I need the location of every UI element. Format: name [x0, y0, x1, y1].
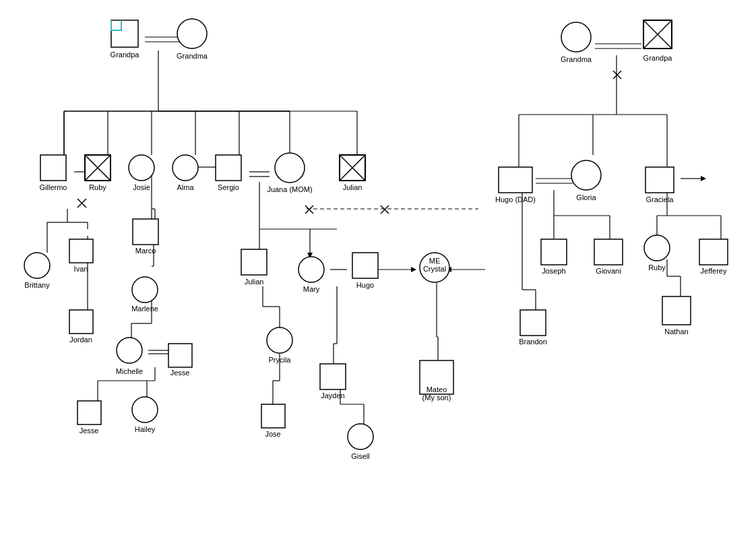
mary-shape — [298, 257, 324, 282]
alma-shape — [172, 155, 198, 181]
jordan-label: Jordan — [69, 336, 92, 344]
julian-top-label: Julian — [343, 183, 363, 191]
marco-shape — [133, 219, 158, 245]
me-crystal-label2: Crystal — [423, 265, 446, 273]
jose-label: Jose — [265, 430, 280, 438]
hugo-dad-shape — [499, 167, 532, 193]
josie-shape — [129, 155, 154, 181]
gisell-shape — [348, 424, 373, 449]
jordan-shape — [69, 310, 93, 334]
me-crystal-label1: ME — [429, 257, 441, 265]
hugo-mid-label: Hugo — [356, 281, 374, 289]
prycila-label: Prycila — [268, 356, 291, 364]
mateo-label2: (My son) — [422, 394, 451, 402]
ivan-shape — [69, 239, 93, 263]
prycila-shape — [267, 327, 292, 353]
jesse-bottom-label: Jesse — [80, 427, 99, 435]
nathan-label: Nathan — [664, 327, 688, 336]
juana-shape — [275, 153, 305, 183]
grandma-left-label: Grandma — [177, 52, 208, 60]
hugo-mid-shape — [352, 253, 378, 278]
ivan-label: Ivan — [74, 265, 88, 273]
mateo-label1: Mateo — [427, 385, 447, 394]
nathan-shape — [662, 296, 691, 325]
graciela-label: Graciela — [646, 195, 674, 203]
marlene-label: Marlene — [131, 305, 158, 313]
gillermo-label: Gillermo — [40, 183, 67, 191]
sergio-label: Sergio — [218, 183, 239, 191]
marco-label: Marco — [135, 247, 156, 255]
hailey-shape — [132, 397, 158, 422]
brittany-label: Brittany — [24, 281, 50, 289]
gloria-label: Gloria — [576, 193, 596, 201]
grandma-right-label: Grandma — [561, 55, 592, 63]
giovani-shape — [594, 239, 623, 265]
ruby-right-label: Ruby — [648, 263, 666, 272]
jose-shape — [261, 404, 285, 428]
gloria-shape — [571, 160, 601, 190]
joseph-shape — [541, 239, 567, 265]
family-tree: Grandpa Grandma Gillermo Ruby Josie Alma… — [0, 0, 756, 535]
grandma-left-shape — [177, 19, 207, 49]
gisell-label: Gisell — [351, 452, 370, 460]
jefferey-shape — [699, 239, 728, 265]
grandpa-left-label: Grandpa — [111, 51, 140, 59]
jefferey-label: Jefferey — [701, 267, 727, 275]
grandpa-right-label: Grandpa — [643, 54, 673, 62]
ruby-left-label: Ruby — [89, 183, 106, 191]
julian-mid-shape — [241, 249, 267, 275]
brandon-shape — [520, 310, 546, 336]
michelle-shape — [117, 338, 142, 363]
svg-marker-96 — [701, 176, 706, 181]
jesse-right-shape — [168, 344, 192, 367]
alma-label: Alma — [177, 183, 194, 191]
gillermo-shape — [40, 155, 66, 181]
michelle-label: Michelle — [116, 367, 143, 375]
sergio-shape — [216, 155, 241, 181]
juana-label: Juana (MOM) — [267, 185, 312, 193]
giovani-label: Giovani — [596, 267, 621, 275]
hugo-dad-label: Hugo (DAD) — [495, 195, 536, 203]
jesse-bottom-shape — [77, 401, 101, 424]
hailey-label: Hailey — [135, 425, 156, 433]
jayden-shape — [320, 364, 346, 389]
brittany-shape — [24, 253, 50, 278]
brandon-label: Brandon — [519, 338, 547, 346]
grandpa-left-shape — [111, 20, 138, 47]
svg-marker-67 — [411, 267, 416, 272]
jesse-right-label: Jesse — [170, 369, 190, 377]
julian-mid-label: Julian — [245, 278, 264, 286]
mary-label: Mary — [303, 285, 320, 293]
graciela-shape — [645, 167, 674, 193]
jayden-label: Jayden — [321, 391, 344, 400]
grandma-right-shape — [561, 22, 591, 52]
josie-label: Josie — [133, 183, 150, 191]
ruby-right-shape — [644, 235, 670, 261]
marlene-shape — [132, 277, 158, 303]
joseph-label: Joseph — [542, 267, 565, 275]
